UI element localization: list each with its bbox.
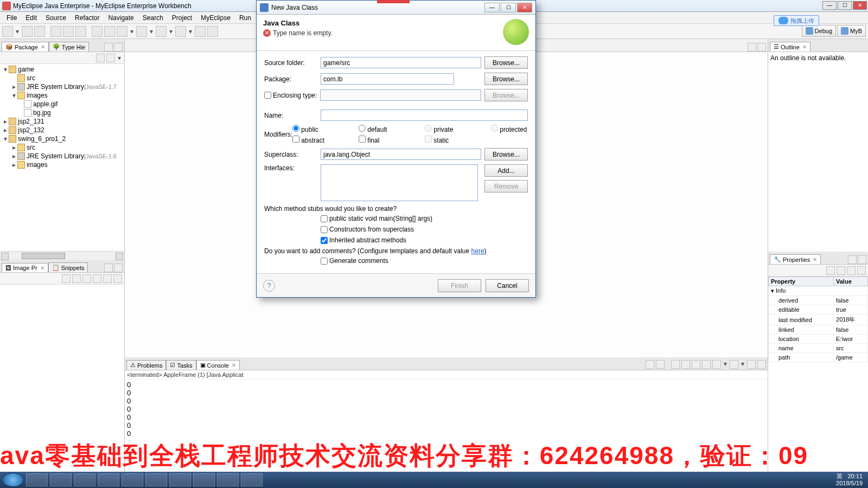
- close-button[interactable]: ✕: [853, 1, 867, 10]
- taskbar-item[interactable]: [26, 473, 48, 486]
- dialog-close-button[interactable]: ✕: [517, 3, 532, 12]
- close-icon[interactable]: ✕: [232, 362, 236, 368]
- tray-lang[interactable]: 英: [837, 473, 843, 479]
- dropdown-icon[interactable]: ▾: [168, 28, 174, 35]
- close-icon[interactable]: ✕: [41, 44, 45, 50]
- browse-package-button[interactable]: Browse...: [484, 73, 528, 85]
- help-button[interactable]: ?: [263, 280, 275, 292]
- tree-item[interactable]: images: [27, 92, 48, 99]
- remove-all-icon[interactable]: [656, 360, 665, 369]
- toolbar-btn[interactable]: [156, 26, 167, 37]
- link-editor-icon[interactable]: [106, 54, 115, 62]
- tab-problems[interactable]: ⚠Problems: [126, 360, 166, 370]
- tree-item[interactable]: swing_6_pro1_2: [18, 135, 66, 143]
- zoom-in-icon[interactable]: [93, 274, 101, 283]
- close-icon[interactable]: ✕: [813, 256, 817, 262]
- open-console-icon[interactable]: [712, 360, 721, 369]
- menu-navigate[interactable]: Navigate: [104, 14, 138, 22]
- link-configure-templates[interactable]: here: [471, 247, 484, 255]
- dropdown-icon[interactable]: ▾: [149, 28, 154, 35]
- toolbar-btn[interactable]: [175, 26, 186, 37]
- dialog-maximize-button[interactable]: ☐: [501, 3, 516, 12]
- view-min-icon[interactable]: [848, 255, 857, 264]
- tool-icon[interactable]: [847, 266, 856, 275]
- tree-item[interactable]: JRE System Library: [27, 152, 84, 160]
- tree-item[interactable]: jsp2_131: [18, 118, 44, 125]
- checkbox-main-method[interactable]: [321, 215, 328, 222]
- menu-run[interactable]: Run: [235, 14, 256, 22]
- menu-edit[interactable]: Edit: [21, 14, 41, 22]
- view-max-icon[interactable]: [757, 360, 766, 369]
- tab-snippets[interactable]: 📋Snippets: [48, 262, 88, 272]
- close-icon[interactable]: ✕: [802, 44, 807, 50]
- tree-item[interactable]: src: [27, 144, 35, 151]
- tree-item[interactable]: images: [27, 161, 48, 169]
- taskbar-item[interactable]: [241, 473, 263, 486]
- toolbar-btn[interactable]: [136, 26, 147, 37]
- toolbar-saveall-icon[interactable]: [34, 26, 45, 37]
- scrollbar-h[interactable]: [0, 251, 124, 260]
- taskbar-item[interactable]: [50, 473, 72, 486]
- checkbox-abstract[interactable]: [292, 136, 299, 143]
- start-button[interactable]: [2, 473, 24, 487]
- pin-icon[interactable]: [692, 360, 700, 369]
- tool-icon[interactable]: [72, 274, 81, 283]
- new-console-icon[interactable]: [730, 360, 738, 369]
- dialog-minimize-button[interactable]: —: [484, 3, 500, 12]
- input-superclass[interactable]: [321, 149, 481, 160]
- tab-outline[interactable]: ☰Outline✕: [770, 42, 810, 52]
- taskbar-item[interactable]: [193, 473, 215, 486]
- toolbar-btn[interactable]: [195, 26, 206, 37]
- toolbar-btn[interactable]: [207, 26, 218, 37]
- menu-project[interactable]: Project: [168, 14, 196, 22]
- toolbar-btn[interactable]: [75, 26, 86, 37]
- tool-icon[interactable]: [857, 266, 866, 275]
- package-explorer-tree[interactable]: ▾game src ▸JRE System Library [JavaSE-1.…: [0, 64, 124, 251]
- close-icon[interactable]: ✕: [40, 265, 44, 271]
- tool-icon[interactable]: [103, 274, 112, 283]
- tree-item[interactable]: game: [18, 66, 34, 73]
- input-name[interactable]: [321, 110, 528, 121]
- collapse-all-icon[interactable]: [96, 54, 105, 62]
- tree-item[interactable]: src: [27, 74, 35, 82]
- maximize-button[interactable]: ☐: [838, 1, 852, 10]
- taskbar-item[interactable]: [122, 473, 143, 486]
- console-output[interactable]: 0 0 0 0 0 0 0: [125, 380, 768, 472]
- input-package[interactable]: [321, 73, 454, 85]
- tab-console[interactable]: ▣Console✕: [196, 360, 240, 370]
- toolbar-btn[interactable]: [50, 26, 61, 37]
- toolbar-save-icon[interactable]: [22, 26, 33, 37]
- menu-refactor[interactable]: Refactor: [71, 14, 104, 22]
- checkbox-final[interactable]: [359, 136, 366, 143]
- view-menu-icon[interactable]: ▾: [117, 54, 122, 62]
- checkbox-enclosing-type[interactable]: [264, 92, 271, 99]
- remove-launch-icon[interactable]: [646, 360, 654, 369]
- toolbar-new-icon[interactable]: [2, 26, 13, 37]
- scroll-lock-icon[interactable]: [671, 360, 680, 369]
- toolbar-btn[interactable]: [63, 26, 74, 37]
- input-source-folder[interactable]: [321, 57, 481, 68]
- view-max-icon[interactable]: [114, 43, 123, 52]
- cancel-button[interactable]: Cancel: [486, 279, 529, 292]
- checkbox-inherited[interactable]: [321, 237, 328, 244]
- tab-properties[interactable]: 🔧Properties✕: [770, 254, 821, 264]
- menu-search[interactable]: Search: [138, 14, 168, 22]
- dropdown-icon[interactable]: ▾: [740, 360, 745, 369]
- menu-source[interactable]: Source: [41, 14, 71, 22]
- view-max-icon[interactable]: [858, 255, 866, 264]
- system-tray[interactable]: 英 20:11 2018/5/19: [836, 473, 866, 487]
- col-property[interactable]: Property: [769, 277, 834, 286]
- menu-myeclipse[interactable]: MyEclipse: [196, 14, 235, 22]
- taskbar-item[interactable]: [169, 473, 191, 486]
- tool-icon[interactable]: [826, 266, 835, 275]
- view-min-icon[interactable]: [748, 43, 756, 52]
- menu-file[interactable]: File: [2, 14, 21, 22]
- display-icon[interactable]: [702, 360, 711, 369]
- tab-package-explorer[interactable]: 📦Package✕: [2, 42, 49, 52]
- tree-item[interactable]: jsp2_132: [18, 126, 44, 134]
- tool-icon[interactable]: [113, 274, 122, 283]
- dropdown-icon[interactable]: ▾: [15, 28, 20, 35]
- dropdown-icon[interactable]: ▾: [188, 28, 193, 35]
- checkbox-generate-comments[interactable]: [321, 258, 328, 265]
- tree-item[interactable]: JRE System Library: [27, 83, 84, 91]
